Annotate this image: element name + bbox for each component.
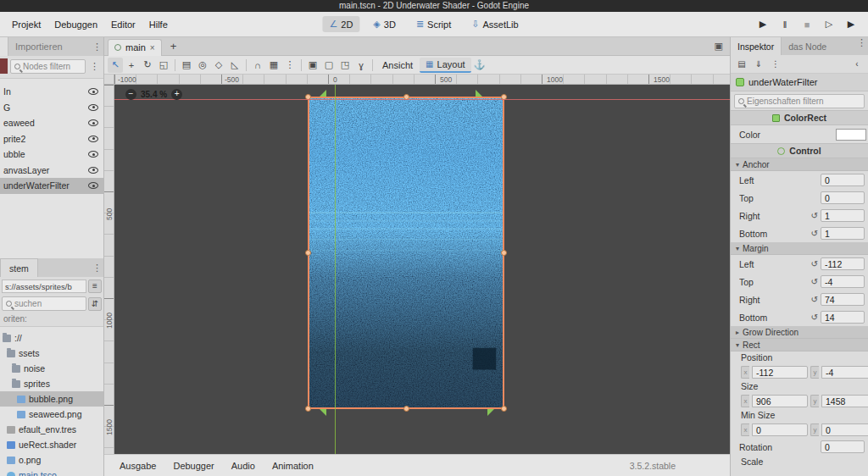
group-margin[interactable]: ▾Margin [731, 242, 868, 255]
visibility-eye-icon[interactable] [88, 151, 98, 158]
import-dock-tab[interactable]: Importieren [8, 42, 70, 52]
menu-projekt[interactable]: Projekt [5, 16, 47, 33]
handle-bottom-left[interactable] [305, 406, 311, 412]
margin-right-field[interactable]: 74 [821, 293, 865, 306]
fs-item-seaweed-png[interactable]: seaweed.png [0, 407, 103, 422]
filesystem-tab[interactable]: stem [0, 258, 38, 277]
2d-viewport[interactable]: -1000 -500 0 500 1000 1500 500 1000 1500 [104, 75, 730, 454]
colorrect-underwaterfilter[interactable] [308, 97, 504, 409]
zoom-in-button[interactable]: + [171, 89, 182, 100]
revert-icon[interactable]: ↺ [811, 211, 818, 220]
anchor-pin-top-right[interactable] [476, 90, 482, 97]
new-scene-tab-button[interactable]: + [167, 40, 181, 53]
menu-debuggen[interactable]: Debuggen [47, 16, 104, 33]
smart-snap-icon[interactable]: ∩ [250, 58, 265, 73]
visibility-eye-icon[interactable] [88, 88, 98, 95]
revert-icon[interactable]: ↺ [811, 229, 818, 238]
fs-item-assets[interactable]: ssets [0, 346, 103, 361]
visibility-eye-icon[interactable] [88, 136, 98, 142]
sort-files-icon[interactable]: ⇵ [88, 297, 102, 311]
size-x-field[interactable]: 906 [752, 395, 808, 407]
fs-item-default-env[interactable]: efault_env.tres [0, 422, 103, 437]
lock-object-icon[interactable]: ▣ [305, 58, 320, 73]
fs-item-bubble-png[interactable]: bubble.png [0, 391, 103, 407]
handle-middle-left[interactable] [305, 250, 311, 256]
group-object-icon[interactable]: ◳ [337, 58, 353, 73]
anchor-pin-bottom-left[interactable] [320, 409, 326, 416]
rotate-tool-icon[interactable]: ↻ [140, 58, 155, 73]
min-size-x-field[interactable]: 0 [752, 423, 808, 436]
tab-node[interactable]: das Node [782, 37, 833, 55]
cutoff-icon[interactable] [0, 58, 8, 74]
expand-viewport-icon[interactable]: ▣ [711, 41, 726, 52]
grid-snap-icon[interactable]: ▦ [266, 58, 281, 73]
group-rect[interactable]: ▾Rect [731, 339, 868, 351]
handle-bottom-center[interactable] [403, 406, 409, 412]
revert-icon[interactable]: ↺ [811, 313, 818, 322]
pivot-tool-icon[interactable]: ◎ [195, 58, 210, 73]
min-size-y-field[interactable]: 0 [821, 423, 868, 436]
select-tool-icon[interactable]: ↖ [108, 58, 123, 73]
audio-panel-button[interactable]: Audio [223, 457, 264, 474]
tree-node-bg[interactable]: G [0, 100, 103, 116]
snap-options-icon[interactable]: ⋮ [282, 58, 298, 73]
tree-node-canvaslayer[interactable]: anvasLayer [0, 163, 103, 179]
anchor-left-field[interactable]: 0 [821, 174, 865, 186]
tree-node-underwaterfilter[interactable]: underWaterFilter [0, 178, 103, 194]
scale-tool-icon[interactable]: ◱ [156, 58, 171, 73]
anchor-pin-top-left[interactable] [320, 90, 326, 97]
zoom-out-button[interactable]: − [125, 89, 136, 100]
layout-menu-button[interactable]: ▦ Layout [420, 58, 470, 73]
anchor-top-field[interactable]: 0 [821, 191, 865, 204]
group-grow-direction[interactable]: ▸Grow Direction [731, 326, 868, 339]
margin-top-field[interactable]: -4 [821, 275, 865, 288]
filesystem-menu-icon[interactable]: ⋮ [91, 263, 103, 274]
workspace-2d[interactable]: ∠2D [322, 16, 359, 32]
play-button[interactable]: ▶ [754, 16, 771, 33]
fs-item-main-tscn[interactable]: main.tsco [0, 468, 103, 476]
scene-tab-sliver[interactable] [0, 37, 8, 56]
size-y-field[interactable]: 1458 [821, 395, 868, 407]
visibility-eye-icon[interactable] [88, 104, 98, 111]
revert-icon[interactable]: ↺ [811, 259, 818, 268]
fs-item-icon-png[interactable]: o.png [0, 452, 103, 468]
play-scene-button[interactable]: ▷ [821, 16, 837, 33]
position-y-field[interactable]: -4 [821, 366, 868, 379]
revert-icon[interactable]: ↺ [811, 277, 818, 286]
new-resource-icon[interactable]: ▤ [735, 58, 748, 71]
group-anchor[interactable]: ▾Anchor [731, 158, 868, 171]
anchor-pin-bottom-right[interactable] [487, 409, 494, 416]
canvas[interactable]: − 35.4 % + [114, 85, 730, 454]
filesystem-search-input[interactable]: suchen [2, 296, 86, 311]
fs-item-bluerect-shader[interactable]: ueRect.shader [0, 437, 103, 452]
skeleton-options-icon[interactable]: ɣ [353, 58, 369, 73]
tree-node-sprite2[interactable]: prite2 [0, 131, 103, 147]
move-tool-icon[interactable]: + [124, 58, 139, 73]
close-tab-icon[interactable]: × [150, 43, 155, 53]
tree-node-main[interactable]: In [0, 84, 103, 100]
unlock-object-icon[interactable]: ▢ [321, 58, 337, 73]
load-resource-icon[interactable]: ⇓ [752, 58, 765, 71]
scene-tab-main[interactable]: main × [108, 39, 162, 56]
handle-bottom-right[interactable] [501, 406, 507, 412]
history-back-icon[interactable]: ‹ [850, 58, 864, 71]
view-menu-button[interactable]: Ansicht [376, 58, 419, 72]
anchor-mode-icon[interactable]: ⚓ [472, 58, 487, 73]
stop-button[interactable]: ■ [798, 16, 815, 33]
debugger-panel-button[interactable]: Debugger [164, 457, 222, 474]
output-panel-button[interactable]: Ausgabe [111, 457, 164, 474]
ruler-tool-icon[interactable]: ◺ [227, 58, 242, 73]
visibility-eye-icon[interactable] [88, 167, 98, 174]
resource-options-icon[interactable]: ⋮ [769, 58, 782, 71]
revert-icon[interactable]: ↺ [811, 295, 818, 304]
scene-dock-menu-icon[interactable]: ⋮ [91, 42, 103, 53]
anchor-bottom-field[interactable]: 1 [821, 227, 865, 240]
menu-hilfe[interactable]: Hilfe [142, 16, 175, 33]
dock-menu-icon[interactable]: ⋮ [855, 37, 868, 55]
filesystem-path[interactable]: s://assets/sprites/b [2, 280, 86, 293]
margin-bottom-field[interactable]: 14 [821, 311, 865, 324]
color-swatch[interactable] [836, 129, 866, 141]
fs-item-sprites[interactable]: sprites [0, 376, 103, 391]
pause-button[interactable]: ‖ [776, 16, 793, 33]
visibility-eye-icon[interactable] [88, 182, 98, 189]
